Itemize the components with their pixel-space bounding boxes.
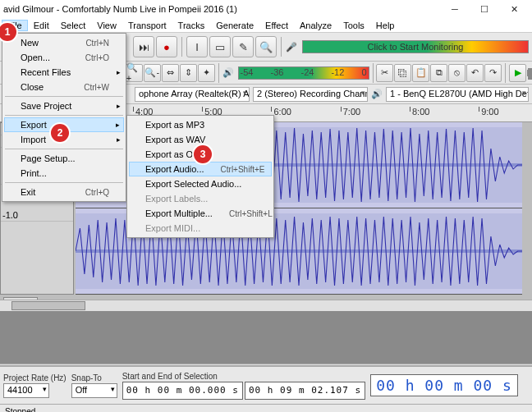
file-menu-item-close[interactable]: CloseCtrl+W: [4, 80, 124, 94]
paste-button[interactable]: 📋: [412, 64, 429, 82]
zoom-tool[interactable]: 🔍: [255, 36, 277, 57]
fit-selection-button[interactable]: ⇔: [162, 64, 179, 82]
cut-button[interactable]: ✂: [376, 64, 393, 82]
fit-project-button[interactable]: ⇕: [180, 64, 197, 82]
skip-end-button[interactable]: ⏭: [133, 36, 154, 57]
menubar: File Edit Select View Transport Tracks G…: [0, 18, 532, 33]
export-menu-item-export-labels-: Export Labels...: [129, 191, 272, 206]
play-at-speed-button[interactable]: ▶: [509, 64, 526, 82]
redo-button[interactable]: ↷: [484, 64, 502, 82]
zoom-out-button[interactable]: 🔍-: [144, 64, 161, 82]
trim-button[interactable]: ⧉: [430, 64, 447, 82]
recording-meter[interactable]: Click to Start Monitoring: [302, 40, 529, 53]
export-menu-item-export-multiple-[interactable]: Export Multiple...Ctrl+Shift+L: [129, 206, 272, 221]
menu-view[interactable]: View: [91, 20, 122, 31]
speed-slider[interactable]: [527, 70, 529, 76]
status-bar: Stopped.: [0, 404, 532, 412]
project-rate-select[interactable]: 44100: [3, 383, 49, 398]
close-button[interactable]: ✕: [499, 0, 529, 18]
envelope-tool[interactable]: ▭: [209, 36, 231, 57]
playback-meter[interactable]: -54-36 -24-12 0: [238, 66, 369, 80]
audio-position-display: 00 h 00 m 00 s: [370, 374, 518, 396]
menu-edit[interactable]: Edit: [28, 20, 55, 31]
file-menu-item-recent-files[interactable]: Recent Files: [4, 65, 124, 80]
rate-label: Project Rate (Hz): [3, 373, 66, 382]
file-menu-item-print-[interactable]: Print...: [4, 166, 124, 181]
file-menu-item-save-project[interactable]: Save Project: [4, 98, 124, 113]
window-title: avid Gilmour - Comfortably Numb Live in …: [3, 4, 237, 14]
selection-end-input[interactable]: 00 h 09 m 02.107 s: [245, 382, 365, 400]
undo-button[interactable]: ↶: [466, 64, 484, 82]
zoom-in-button[interactable]: 🔍+: [126, 64, 143, 82]
input-device-select[interactable]: ophone Array (Realtek(R) Au: [135, 87, 250, 102]
output-device-select[interactable]: 1 - BenQ EL2870U (AMD High Defi: [386, 87, 529, 102]
menu-help[interactable]: Help: [370, 20, 401, 31]
menu-tools[interactable]: Tools: [337, 20, 370, 31]
file-menu-item-page-setup-[interactable]: Page Setup...: [4, 151, 124, 166]
menu-transport[interactable]: Transport: [122, 20, 172, 31]
snap-label: Snap-To: [71, 373, 117, 382]
file-menu-item-open-[interactable]: Open...Ctrl+O: [4, 50, 124, 65]
maximize-button[interactable]: ☐: [470, 0, 499, 18]
selection-label: Start and End of Selection: [122, 372, 365, 381]
speaker-icon: 🔊: [371, 89, 383, 99]
export-menu-item-export-selected-audio-[interactable]: Export Selected Audio...: [129, 176, 272, 191]
menu-select[interactable]: Select: [55, 20, 92, 31]
export-menu-item-export-audio-[interactable]: Export Audio...Ctrl+Shift+E: [129, 162, 272, 176]
file-menu-item-exit[interactable]: ExitCtrl+Q: [4, 185, 124, 199]
mic-icon: 🎤: [286, 42, 297, 53]
meter-hint: Click to Start Monitoring: [368, 42, 464, 52]
selection-toolbar: Project Rate (Hz) 44100 Snap-To Off Star…: [0, 366, 532, 404]
horizontal-scrollbar[interactable]: [0, 300, 532, 311]
menu-analyze[interactable]: Analyze: [294, 20, 337, 31]
menu-generate[interactable]: Generate: [210, 20, 259, 31]
annotation-badge-3: 3: [194, 145, 212, 163]
selection-tool[interactable]: I: [186, 36, 208, 57]
selection-start-input[interactable]: 00 h 00 m 00.000 s: [122, 382, 243, 400]
speaker-icon: 🔊: [222, 67, 234, 78]
copy-button[interactable]: ⿻: [394, 64, 411, 82]
record-button[interactable]: ●: [156, 36, 177, 57]
zoom-toggle-button[interactable]: ✦: [198, 64, 215, 82]
export-menu-item-export-as-mp3[interactable]: Export as MP3: [129, 117, 272, 132]
svg-rect-1: [76, 249, 522, 253]
menu-tracks[interactable]: Tracks: [172, 20, 211, 31]
snap-to-select[interactable]: Off: [71, 383, 117, 398]
export-menu-item-export-midi-: Export MIDI...: [129, 221, 272, 236]
menu-effect[interactable]: Effect: [259, 20, 294, 31]
file-menu-dropdown: NewCtrl+NOpen...Ctrl+ORecent FilesCloseC…: [2, 33, 126, 202]
channels-select[interactable]: 2 (Stereo) Recording Chann: [253, 87, 368, 102]
annotation-badge-2: 2: [51, 124, 69, 142]
minimize-button[interactable]: ─: [440, 0, 470, 18]
file-menu-item-new[interactable]: NewCtrl+N: [4, 35, 124, 50]
draw-tool[interactable]: ✎: [232, 36, 254, 57]
export-submenu: Export as MP3Export as WAVExport as OGGE…: [126, 115, 274, 238]
silence-button[interactable]: ⦸: [448, 64, 466, 82]
